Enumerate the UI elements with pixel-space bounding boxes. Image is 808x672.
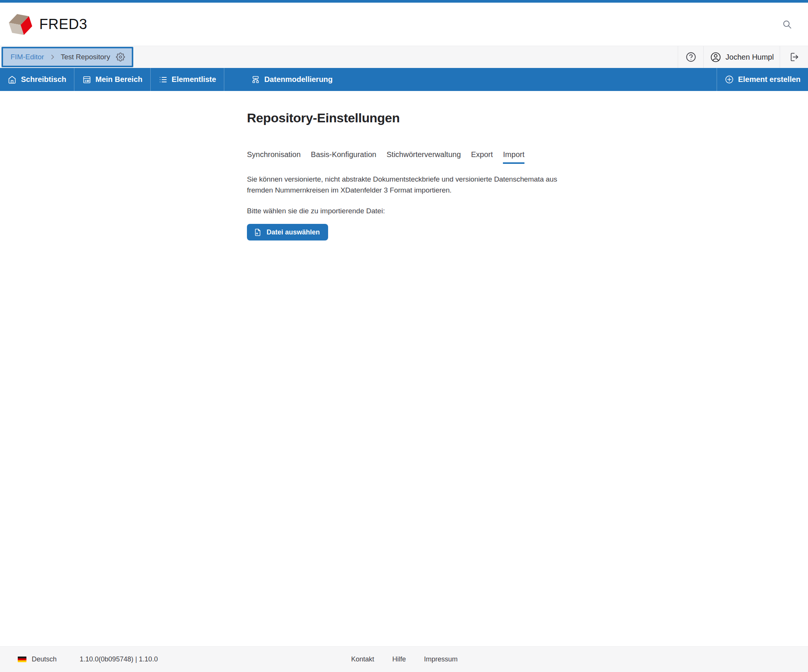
- user-icon: [710, 51, 721, 63]
- logout-button[interactable]: [780, 46, 808, 68]
- calendar-icon: 31: [82, 75, 91, 84]
- tab-basis-konfiguration[interactable]: Basis-Konfiguration: [311, 150, 376, 164]
- choose-file-button[interactable]: Datei auswählen: [247, 224, 328, 240]
- help-icon: [685, 51, 697, 63]
- cube-logo-icon: [8, 12, 32, 36]
- top-accent-bar: [0, 0, 808, 3]
- settings-tabs: Synchronisation Basis-Konfiguration Stic…: [247, 150, 808, 164]
- app-logo[interactable]: FRED3: [8, 12, 87, 36]
- nav-label: Datenmodellierung: [264, 75, 333, 84]
- choose-file-label: Datei auswählen: [267, 228, 320, 236]
- chevron-right-icon: [49, 53, 56, 60]
- nav-label: Mein Bereich: [95, 75, 142, 84]
- home-icon: [8, 75, 17, 84]
- sitemap-icon: [251, 75, 260, 84]
- main-content: Repository-Einstellungen Synchronisation…: [0, 91, 808, 240]
- breadcrumb-bar: FIM-Editor Test Repository: [0, 46, 808, 68]
- language-label: Deutsch: [32, 655, 57, 663]
- gear-icon[interactable]: [116, 52, 125, 62]
- tab-export[interactable]: Export: [471, 150, 493, 164]
- file-select-prompt: Bitte wählen sie die zu importierende Da…: [247, 207, 808, 215]
- breadcrumb-link-fim-editor[interactable]: FIM-Editor: [10, 53, 44, 61]
- app-title: FRED3: [39, 16, 87, 32]
- tab-import[interactable]: Import: [503, 150, 524, 164]
- footer-links: Kontakt Hilfe Impressum: [351, 647, 457, 672]
- help-button[interactable]: [678, 46, 703, 68]
- version-text: 1.10.0(0b095748) | 1.10.0: [80, 655, 158, 663]
- breadcrumb[interactable]: FIM-Editor Test Repository: [2, 47, 133, 67]
- search-icon[interactable]: [779, 17, 795, 32]
- tab-synchronisation[interactable]: Synchronisation: [247, 150, 300, 164]
- app-header: FRED3: [0, 3, 808, 46]
- footer-link-hilfe[interactable]: Hilfe: [392, 655, 406, 663]
- tab-stichwoerterverwaltung[interactable]: Stichwörterverwaltung: [387, 150, 461, 164]
- nav-label: Elementliste: [172, 75, 216, 84]
- list-icon: [159, 75, 168, 84]
- nav-item-datenmodellierung[interactable]: Datenmodellierung: [224, 68, 359, 91]
- footer-link-kontakt[interactable]: Kontakt: [351, 655, 374, 663]
- nav-item-schreibtisch[interactable]: Schreibtisch: [0, 68, 74, 91]
- file-plus-icon: [254, 228, 262, 236]
- app-page: FRED3 FIM-Editor Test Repository: [0, 0, 808, 672]
- breadcrumb-current-repository: Test Repository: [61, 53, 110, 61]
- user-name: Jochen Humpl: [726, 53, 774, 62]
- german-flag-icon: [18, 657, 27, 662]
- create-element-label: Element erstellen: [738, 75, 801, 84]
- plus-circle-icon: [725, 75, 734, 84]
- main-nav: Schreibtisch 31 Mein Bereich Elementlist: [0, 68, 808, 91]
- nav-label: Schreibtisch: [21, 75, 66, 84]
- page-title: Repository-Einstellungen: [247, 111, 808, 125]
- language-selector[interactable]: Deutsch: [18, 655, 57, 663]
- logout-icon: [789, 52, 799, 62]
- nav-item-elementliste[interactable]: Elementliste: [151, 68, 224, 91]
- user-menu[interactable]: Jochen Humpl: [703, 46, 780, 68]
- nav-item-mein-bereich[interactable]: 31 Mein Bereich: [74, 68, 150, 91]
- create-element-button[interactable]: Element erstellen: [717, 68, 808, 91]
- import-description: Sie können versionierte, nicht abstrakte…: [247, 173, 568, 195]
- app-footer: Deutsch 1.10.0(0b095748) | 1.10.0 Kontak…: [0, 646, 808, 672]
- footer-link-impressum[interactable]: Impressum: [424, 655, 457, 663]
